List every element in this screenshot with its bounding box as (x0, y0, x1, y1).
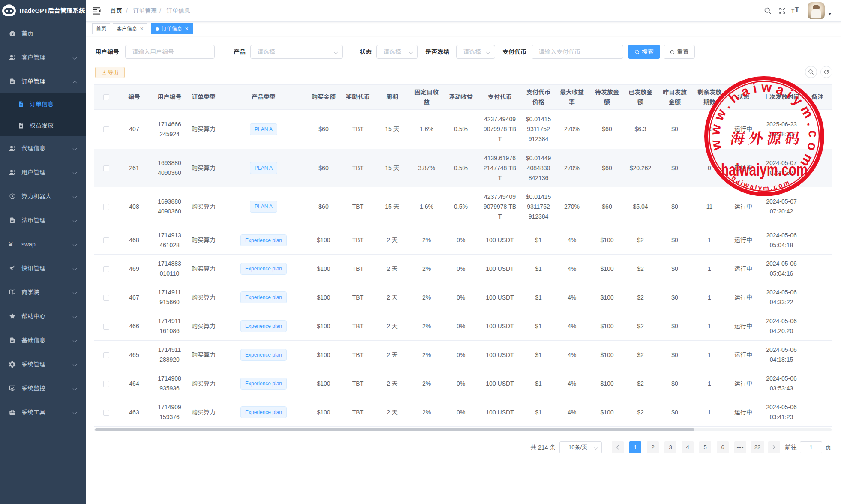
svg-text:海外源码: 海外源码 (729, 127, 802, 148)
svg-text:haiwaiym.com: haiwaiym.com (721, 160, 808, 179)
